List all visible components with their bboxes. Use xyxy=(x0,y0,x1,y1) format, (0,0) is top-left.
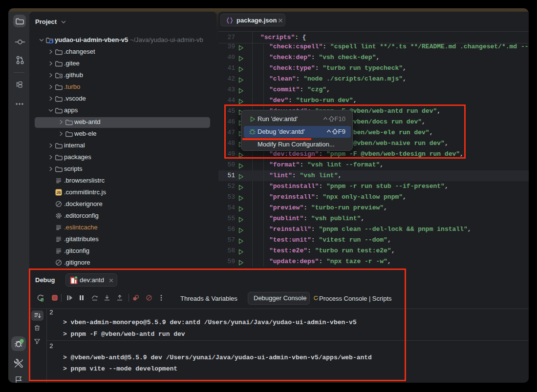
svg-text:JS: JS xyxy=(56,190,61,195)
